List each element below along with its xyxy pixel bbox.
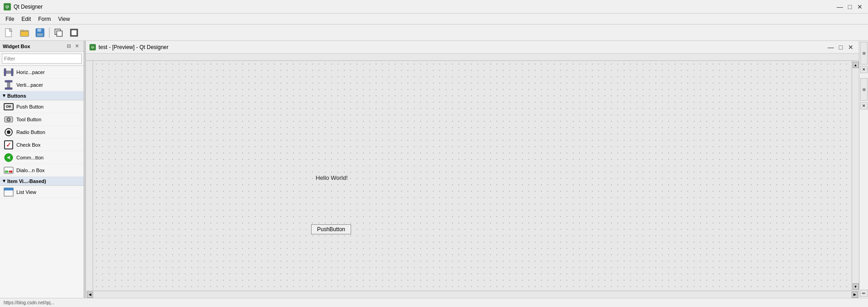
maximize-button[interactable]: □ (845, 2, 854, 11)
list-view-item[interactable]: List View (0, 186, 84, 198)
preview-close-button[interactable]: ✕ (846, 43, 855, 52)
buttons-category[interactable]: ▾ Buttons (0, 91, 84, 100)
panel-close-1[interactable]: ✕ (860, 66, 868, 73)
check-box-icon (4, 140, 14, 150)
hello-world-label: Hello World! (316, 174, 348, 181)
far-right-panel: ⊟ ✕ ⊟ ✕ ✏ (859, 41, 868, 298)
menubar: File Edit Form View (0, 14, 868, 25)
tool-button-item[interactable]: Tool Button (0, 113, 84, 126)
panel-tab-2[interactable]: ⊟ (860, 78, 868, 101)
tool-button-label: Tool Button (16, 117, 41, 122)
widget-box-close-button[interactable]: ✕ (73, 42, 81, 50)
horiz-spacer-icon (4, 67, 14, 77)
panel-edit-button[interactable]: ✏ (860, 290, 868, 297)
horiz-spacer-item[interactable]: Horiz...pacer (0, 66, 84, 79)
minimize-button[interactable]: — (835, 2, 844, 11)
preview-canvas[interactable]: Hello World! PushButton (93, 61, 852, 291)
preview-pushbutton[interactable]: PushButton (311, 224, 351, 234)
paste-layout-icon (69, 28, 79, 38)
preview-with-ruler: Hello World! PushButton ▲ ▼ (86, 61, 859, 291)
svg-rect-7 (37, 33, 43, 36)
filter-input[interactable] (2, 54, 82, 64)
widget-box-title: Widget Box (3, 44, 64, 49)
right-scrollbar: ▲ ▼ (852, 61, 859, 291)
widget-list: Horiz...pacer Verti...pacer ▾ (0, 66, 84, 298)
main-area: Widget Box ⊟ ✕ (0, 41, 868, 298)
svg-rect-29 (4, 188, 13, 190)
vert-spacer-icon (4, 80, 14, 90)
widget-box-titlebar: Widget Box ⊟ ✕ (0, 41, 84, 52)
menu-edit[interactable]: Edit (18, 15, 35, 23)
svg-rect-6 (37, 29, 41, 32)
svg-point-20 (8, 119, 10, 120)
preview-title: test - [Preview] - Qt Designer (99, 44, 823, 50)
center-area: Qt test - [Preview] - Qt Designer — □ ✕ … (86, 41, 859, 298)
item-views-label: Item Vi...-Based) (7, 178, 46, 184)
save-icon (35, 28, 45, 38)
paste-layout-button[interactable] (67, 26, 81, 39)
copy-layout-icon (54, 28, 64, 38)
new-button[interactable] (2, 26, 16, 39)
preview-minimize-button[interactable]: — (826, 43, 835, 52)
statusbar: https://blog.csdn.net/qq... (0, 298, 868, 307)
menu-form[interactable]: Form (35, 15, 55, 23)
scroll-left-button[interactable]: ◀ (87, 292, 93, 298)
svg-rect-4 (20, 30, 24, 31)
radio-button-icon (4, 127, 14, 137)
scroll-up-button[interactable]: ▲ (853, 62, 859, 68)
ruler-svg: /* ruler ticks rendered via CSS */ (86, 54, 859, 59)
statusbar-text: https://blog.csdn.net/qq... (4, 300, 55, 305)
svg-text:OK: OK (5, 170, 8, 173)
open-button[interactable] (17, 26, 32, 39)
command-link-item[interactable]: Comm...tton (0, 151, 84, 164)
hscroll-track (93, 292, 852, 297)
scroll-down-button[interactable]: ▼ (853, 283, 859, 290)
titlebar-buttons: — □ ✕ (835, 2, 864, 11)
svg-rect-14 (11, 69, 13, 76)
close-button[interactable]: ✕ (855, 2, 864, 11)
radio-button-label: Radio Button (16, 129, 45, 135)
dialog-button-box-icon: OK ✕ (4, 165, 14, 175)
item-views-arrow: ▾ (3, 178, 5, 184)
push-button-icon: OK (4, 102, 14, 112)
item-views-category[interactable]: ▾ Item Vi...-Based) (0, 177, 84, 186)
app-icon: Qt (4, 3, 11, 10)
toolbar-separator (49, 28, 50, 38)
new-icon (4, 28, 14, 38)
main-window: Qt Qt Designer — □ ✕ File Edit Form View (0, 0, 868, 307)
scroll-right-button[interactable]: ▶ (852, 292, 858, 298)
svg-rect-16 (5, 80, 12, 82)
preview-titlebar-buttons: — □ ✕ (826, 43, 855, 52)
check-box-item[interactable]: Check Box (0, 139, 84, 151)
preview-titlebar: Qt test - [Preview] - Qt Designer — □ ✕ (86, 41, 859, 54)
panel-close-2[interactable]: ✕ (860, 102, 868, 109)
horiz-spacer-label: Horiz...pacer (16, 69, 45, 75)
svg-rect-9 (57, 31, 62, 36)
menu-file[interactable]: File (2, 15, 18, 23)
scrollbar-track (853, 68, 859, 283)
preview-icon: Qt (89, 44, 96, 50)
check-box-label: Check Box (16, 142, 40, 148)
save-button[interactable] (33, 26, 47, 39)
radio-button-item[interactable]: Radio Button (0, 126, 84, 139)
menu-view[interactable]: View (55, 15, 74, 23)
horizontal-scrollbar: ◀ ▶ (86, 291, 859, 298)
command-link-icon (4, 153, 14, 163)
vert-spacer-label: Verti...pacer (16, 82, 43, 88)
vertical-ruler (86, 61, 93, 291)
vert-spacer-item[interactable]: Verti...pacer (0, 79, 84, 91)
svg-rect-17 (5, 88, 12, 89)
push-button-item[interactable]: OK Push Button (0, 100, 84, 113)
dialog-button-box-item[interactable]: OK ✕ Dialo...n Box (0, 164, 84, 177)
main-titlebar: Qt Qt Designer — □ ✕ (0, 0, 868, 14)
command-link-label: Comm...tton (16, 155, 44, 160)
widget-box-float-button[interactable]: ⊟ (64, 42, 73, 50)
buttons-label: Buttons (7, 93, 26, 99)
svg-rect-11 (71, 30, 77, 35)
toolbar (0, 25, 868, 41)
filter-bar (0, 52, 84, 66)
svg-rect-3 (20, 31, 29, 36)
preview-maximize-button[interactable]: □ (836, 43, 845, 52)
copy-layout-button[interactable] (51, 26, 66, 39)
panel-tab-1[interactable]: ⊟ (860, 42, 868, 64)
